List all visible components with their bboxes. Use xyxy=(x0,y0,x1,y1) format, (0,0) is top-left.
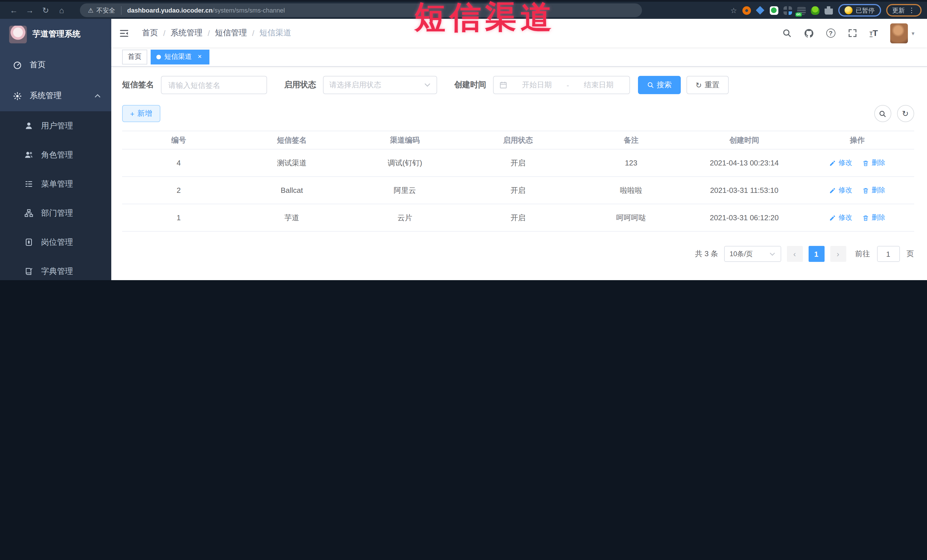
extension-orange-icon[interactable] xyxy=(742,6,751,15)
url-path: /system/sms/sms-channel xyxy=(213,7,285,14)
time-label: 创建时间 xyxy=(454,80,486,90)
page-content: 短信签名 启用状态 请选择启用状态 创建时间 开始日期 - 结束日期 xyxy=(111,67,927,280)
status-select[interactable]: 请选择启用状态 xyxy=(323,76,437,94)
tab-home[interactable]: 首页 xyxy=(122,49,147,64)
browser-update-button[interactable]: 更新 ⋮ xyxy=(886,4,921,17)
extension-alien-icon[interactable] xyxy=(811,6,819,15)
sidebar-item-menus[interactable]: 菜单管理 xyxy=(0,170,111,199)
sidebar-item-depts[interactable]: 部门管理 xyxy=(0,199,111,228)
user-avatar[interactable] xyxy=(891,23,908,43)
sidebar-item-system[interactable]: 系统管理 xyxy=(0,80,111,111)
chevron-up-icon xyxy=(94,93,101,99)
bookmark-star-icon[interactable]: ☆ xyxy=(730,6,737,15)
delete-link[interactable]: 删除 xyxy=(863,158,885,168)
extension-grid-icon[interactable] xyxy=(783,6,792,15)
extension-blue-icon[interactable] xyxy=(756,6,764,15)
security-label: 不安全 xyxy=(96,6,115,15)
app-logo[interactable]: 芋道管理系统 xyxy=(0,19,111,50)
address-bar[interactable]: ⚠ 不安全 dashboard.yudao.iocoder.cn/system/… xyxy=(80,3,642,17)
browser-forward-icon[interactable]: → xyxy=(22,2,38,19)
header-search-icon[interactable] xyxy=(782,29,792,38)
github-icon[interactable] xyxy=(804,28,814,38)
user-menu[interactable]: ▾ xyxy=(891,23,915,43)
help-icon[interactable]: ? xyxy=(826,29,836,38)
profile-paused-button[interactable]: 已暂停 xyxy=(838,4,881,17)
edit-icon xyxy=(830,159,836,166)
sidebar-menu: 首页 系统管理 用户管理 角色管理 xyxy=(0,50,111,280)
pagination: 共 3 条 10条/页 ‹ 1 › 前往 页 xyxy=(122,246,914,262)
hamburger-icon[interactable] xyxy=(119,28,140,38)
url-domain: dashboard.yudao.iocoder.cn xyxy=(127,7,213,14)
breadcrumb-system[interactable]: 系统管理 xyxy=(171,28,202,38)
browser-menu-icon[interactable]: ⋮ xyxy=(908,6,915,14)
delete-link[interactable]: 删除 xyxy=(863,213,885,223)
dictionary-icon xyxy=(24,267,33,276)
paused-label: 已暂停 xyxy=(856,6,874,15)
delete-link[interactable]: 删除 xyxy=(863,185,885,195)
page-size-select[interactable]: 10条/页 xyxy=(724,246,781,262)
col-sign: 短信签名 xyxy=(235,135,348,145)
status-text: 开启 xyxy=(461,185,574,196)
app-title: 芋道管理系统 xyxy=(32,29,81,39)
add-button[interactable]: + 新增 xyxy=(122,105,160,122)
smiley-avatar xyxy=(844,6,852,14)
extension-green-icon[interactable] xyxy=(769,6,778,15)
col-status: 启用状态 xyxy=(461,135,574,145)
trash-icon xyxy=(863,214,869,221)
breadcrumb-sms[interactable]: 短信管理 xyxy=(215,28,247,38)
search-button[interactable]: 搜索 xyxy=(638,76,681,94)
breadcrumb-separator: / xyxy=(208,29,210,38)
table-row: 1 芋道 云片 开启 呵呵呵哒 2021-03-31 06:12:20 修改 删… xyxy=(122,204,914,232)
sidebar-item-roles[interactable]: 角色管理 xyxy=(0,140,111,170)
extensions-puzzle-icon[interactable] xyxy=(824,6,833,15)
sidebar: 芋道管理系统 首页 系统管理 用户管理 xyxy=(0,19,111,280)
font-size-icon[interactable]: TT xyxy=(870,29,878,37)
sidebar-item-users[interactable]: 用户管理 xyxy=(0,111,111,140)
user-icon xyxy=(24,121,33,130)
chevron-left-icon: ‹ xyxy=(793,249,796,258)
right-toolbar: ↻ xyxy=(874,105,914,122)
goto-page-input[interactable] xyxy=(877,246,900,262)
fullscreen-icon[interactable] xyxy=(848,29,857,38)
browser-reload-icon[interactable]: ↻ xyxy=(38,2,54,19)
col-id: 编号 xyxy=(122,135,235,145)
col-created: 创建时间 xyxy=(688,135,801,145)
warning-icon: ⚠ xyxy=(88,6,94,14)
browser-toolbar: ← → ↻ ⌂ ⚠ 不安全 dashboard.yudao.iocoder.cn… xyxy=(0,0,927,19)
sign-input[interactable] xyxy=(161,76,267,94)
table-row: 2 Ballcat 阿里云 开启 啦啦啦 2021-03-31 11:53:10… xyxy=(122,177,914,204)
edit-link[interactable]: 修改 xyxy=(830,185,852,195)
post-icon xyxy=(24,238,33,246)
plus-icon: + xyxy=(130,109,134,118)
toggle-search-button[interactable] xyxy=(874,105,891,122)
close-icon[interactable]: × xyxy=(196,53,204,61)
dashboard-icon xyxy=(13,61,22,69)
end-date-placeholder[interactable]: 结束日期 xyxy=(573,80,624,90)
edit-link[interactable]: 修改 xyxy=(830,158,852,168)
tags-view-bar: 首页 短信渠道 × xyxy=(111,47,927,67)
trash-icon xyxy=(863,187,869,194)
extension-dark-icon[interactable]: on xyxy=(797,6,805,15)
browser-actions: ☆ on 已暂停 更新 ⋮ xyxy=(730,4,921,17)
col-actions: 操作 xyxy=(801,135,914,145)
tab-sms-channel[interactable]: 短信渠道 × xyxy=(150,49,210,64)
refresh-button[interactable]: ↻ xyxy=(897,105,914,122)
prev-page-button[interactable]: ‹ xyxy=(787,246,802,262)
date-range-picker[interactable]: 开始日期 - 结束日期 xyxy=(493,76,630,94)
sidebar-item-home[interactable]: 首页 xyxy=(0,50,111,80)
start-date-placeholder[interactable]: 开始日期 xyxy=(512,80,562,90)
browser-home-icon[interactable]: ⌂ xyxy=(54,2,70,19)
app-window: 芋道管理系统 首页 系统管理 用户管理 xyxy=(0,19,927,280)
edit-link[interactable]: 修改 xyxy=(830,213,852,223)
active-dot xyxy=(157,55,161,59)
browser-back-icon[interactable]: ← xyxy=(6,2,22,19)
status-text: 开启 xyxy=(461,212,574,223)
next-page-button[interactable]: › xyxy=(830,246,846,262)
sidebar-item-dict[interactable]: 字典管理 xyxy=(0,257,111,280)
reset-button[interactable]: ↻ 重置 xyxy=(687,76,729,94)
sidebar-item-posts[interactable]: 岗位管理 xyxy=(0,228,111,257)
security-warning[interactable]: ⚠ 不安全 xyxy=(88,6,122,15)
current-page-button[interactable]: 1 xyxy=(808,246,824,262)
breadcrumb-home[interactable]: 首页 xyxy=(142,28,158,38)
chevron-down-icon xyxy=(769,251,775,257)
